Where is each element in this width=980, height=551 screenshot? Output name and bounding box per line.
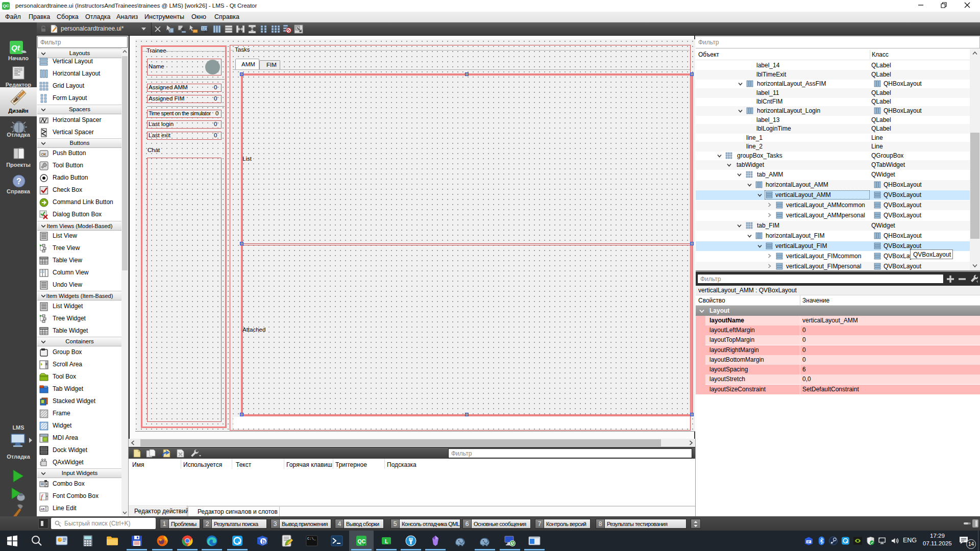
svg-text:OK: OK: [41, 153, 46, 156]
svg-text:?: ?: [16, 177, 21, 186]
svg-text:123: 123: [202, 27, 208, 30]
svg-text:b: b: [262, 538, 265, 545]
svg-text:QC: QC: [358, 538, 366, 544]
svg-text:AB: AB: [41, 508, 45, 511]
svg-text:L: L: [385, 538, 388, 544]
svg-text:C:\_: C:\_: [307, 537, 316, 541]
svg-text:Qt: Qt: [11, 43, 20, 52]
